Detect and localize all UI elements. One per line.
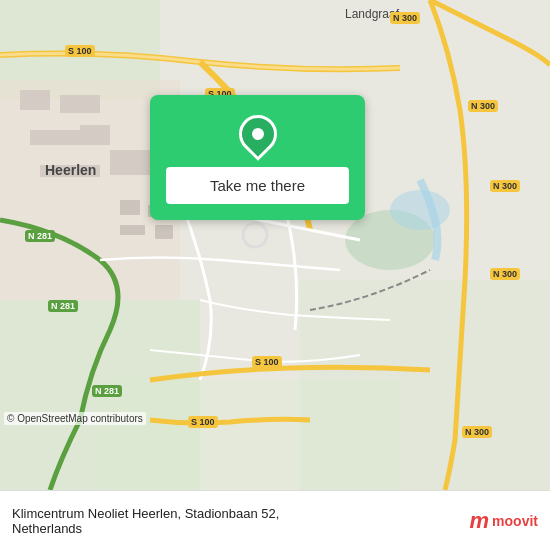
- address-line1: Klimcentrum Neoliet Heerlen, Stadionbaan…: [12, 506, 470, 521]
- address-line2: Netherlands: [12, 521, 470, 536]
- svg-rect-15: [120, 200, 140, 215]
- svg-rect-9: [60, 95, 100, 113]
- road-badge-n300-1: N 300: [390, 12, 420, 24]
- road-badge-n300-2: N 300: [468, 100, 498, 112]
- road-badge-n281-2: N 281: [48, 300, 78, 312]
- footer: Klimcentrum Neoliet Heerlen, Stadionbaan…: [0, 490, 550, 550]
- road-badge-n300-3: N 300: [490, 180, 520, 192]
- pin-dot: [252, 128, 264, 140]
- moovit-m-icon: m: [470, 508, 490, 534]
- svg-rect-18: [155, 225, 173, 239]
- road-badge-s100-4: S 100: [188, 416, 218, 428]
- road-badge-n300-5: N 300: [462, 426, 492, 438]
- svg-rect-11: [80, 125, 110, 145]
- location-card: Take me there: [150, 95, 365, 220]
- svg-point-2: [390, 190, 450, 230]
- road-badge-n281-1: N 281: [25, 230, 55, 242]
- road-badge-s100-3: S 100: [252, 356, 282, 368]
- footer-address: Klimcentrum Neoliet Heerlen, Stadionbaan…: [12, 506, 470, 536]
- svg-rect-10: [30, 130, 80, 145]
- svg-rect-6: [300, 280, 550, 490]
- svg-rect-8: [20, 90, 50, 110]
- svg-rect-17: [120, 225, 145, 235]
- take-me-there-button[interactable]: Take me there: [166, 167, 349, 204]
- moovit-text: moovit: [492, 513, 538, 529]
- osm-attribution: © OpenStreetMap contributors: [4, 412, 146, 425]
- road-badge-s100-1: S 100: [65, 45, 95, 57]
- road-badge-n300-4: N 300: [490, 268, 520, 280]
- map-container: Heerlen Landgraaf S 100 S 100 N 300 N 30…: [0, 0, 550, 490]
- svg-text:Heerlen: Heerlen: [45, 162, 96, 178]
- location-pin: [237, 113, 279, 155]
- road-badge-n281-3: N 281: [92, 385, 122, 397]
- moovit-logo: m moovit: [470, 508, 538, 534]
- svg-rect-13: [110, 150, 150, 175]
- pin-shape: [231, 107, 285, 161]
